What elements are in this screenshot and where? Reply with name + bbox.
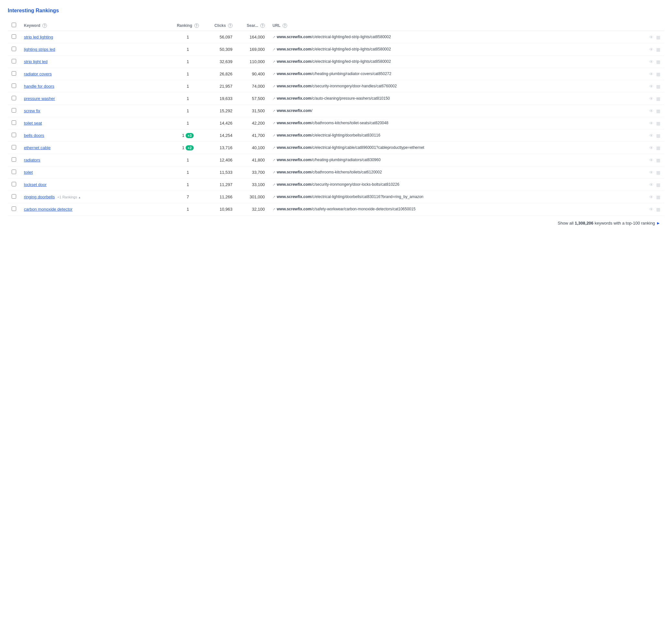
eye-icon-9[interactable]: 👁: [649, 145, 653, 150]
search-value-9: 40,100: [236, 142, 269, 154]
eye-icon-8[interactable]: 👁: [649, 133, 653, 138]
ranking-badge-8: +3: [186, 133, 194, 138]
ranking-value-14: 1: [187, 207, 189, 212]
row-checkbox-1[interactable]: [11, 47, 16, 51]
row-checkbox-14[interactable]: [11, 207, 16, 211]
col-header-ranking: Ranking ?: [172, 20, 204, 31]
eye-icon-12[interactable]: 👁: [649, 182, 653, 187]
keyword-link-3[interactable]: radiator covers: [24, 71, 52, 76]
keyword-link-5[interactable]: pressure washer: [24, 96, 55, 101]
ranking-help-icon[interactable]: ?: [194, 23, 199, 28]
ranking-value-8: 1: [182, 133, 184, 138]
row-checkbox-2[interactable]: [11, 59, 16, 64]
search-help-icon[interactable]: ?: [260, 23, 265, 28]
url-text-5[interactable]: www.screwfix.com/c/auto-cleaning/pressur…: [277, 96, 390, 101]
row-checkbox-11[interactable]: [11, 169, 16, 174]
chart-icon-14[interactable]: ▦: [656, 207, 661, 212]
row-checkbox-12[interactable]: [11, 182, 16, 186]
url-text-2[interactable]: www.screwfix.com/c/electrical-lighting/l…: [277, 59, 391, 64]
eye-icon-5[interactable]: 👁: [649, 96, 653, 101]
chart-icon-2[interactable]: ▦: [656, 59, 661, 64]
eye-icon-0[interactable]: 👁: [649, 34, 653, 40]
chart-icon-8[interactable]: ▦: [656, 133, 661, 138]
row-checkbox-3[interactable]: [11, 71, 16, 76]
multi-ranking-13[interactable]: +1 Rankings ▲: [57, 195, 81, 199]
row-checkbox-6[interactable]: [11, 108, 16, 113]
chart-icon-13[interactable]: ▦: [656, 194, 661, 200]
eye-icon-1[interactable]: 👁: [649, 47, 653, 52]
eye-icon-4[interactable]: 👁: [649, 84, 653, 89]
clicks-value-10: 12,406: [204, 154, 236, 166]
url-text-14[interactable]: www.screwfix.com/c/safety-workwear/carbo…: [277, 207, 415, 212]
url-text-6[interactable]: www.screwfix.com/: [277, 108, 312, 114]
chart-icon-12[interactable]: ▦: [656, 182, 661, 187]
chart-icon-5[interactable]: ▦: [656, 96, 661, 101]
ranking-value-10: 1: [187, 158, 189, 162]
row-checkbox-10[interactable]: [11, 157, 16, 162]
url-text-3[interactable]: www.screwfix.com/c/heating-plumbing/radi…: [277, 71, 391, 77]
eye-icon-13[interactable]: 👁: [649, 194, 653, 200]
table-row: ringing doorbells +1 Rankings ▲711,26630…: [8, 191, 664, 203]
eye-icon-3[interactable]: 👁: [649, 71, 653, 77]
url-text-13[interactable]: www.screwfix.com/c/electrical-lighting/d…: [277, 194, 424, 200]
table-row: ethernet cable1+213,71640,100➚www.screwf…: [8, 142, 664, 154]
clicks-value-3: 26,826: [204, 68, 236, 80]
row-checkbox-0[interactable]: [11, 34, 16, 39]
row-checkbox-7[interactable]: [11, 120, 16, 125]
url-help-icon[interactable]: ?: [283, 23, 287, 28]
row-checkbox-5[interactable]: [11, 96, 16, 100]
chart-icon-0[interactable]: ▦: [656, 34, 661, 40]
keyword-link-6[interactable]: screw fix: [24, 109, 41, 113]
eye-icon-11[interactable]: 👁: [649, 170, 653, 175]
keyword-link-13[interactable]: ringing doorbells: [24, 194, 55, 199]
search-value-10: 41,800: [236, 154, 269, 166]
search-value-14: 32,100: [236, 203, 269, 215]
keyword-link-7[interactable]: toilet seat: [24, 121, 42, 125]
keyword-link-10[interactable]: radiators: [24, 158, 41, 162]
search-value-11: 33,700: [236, 166, 269, 179]
row-checkbox-13[interactable]: [11, 194, 16, 199]
keyword-link-9[interactable]: ethernet cable: [24, 145, 50, 150]
row-checkbox-8[interactable]: [11, 133, 16, 137]
url-text-7[interactable]: www.screwfix.com/c/bathrooms-kitchens/to…: [277, 120, 388, 126]
chart-icon-10[interactable]: ▦: [656, 158, 661, 163]
url-text-0[interactable]: www.screwfix.com/c/electrical-lighting/l…: [277, 34, 391, 40]
clicks-help-icon[interactable]: ?: [228, 23, 233, 28]
select-all-checkbox[interactable]: [11, 23, 16, 27]
keyword-link-0[interactable]: strip led lighting: [24, 34, 53, 40]
url-text-8[interactable]: www.screwfix.com/c/electrical-lighting/d…: [277, 133, 380, 138]
eye-icon-14[interactable]: 👁: [649, 207, 653, 212]
ranking-value-12: 1: [187, 182, 189, 187]
chart-icon-7[interactable]: ▦: [656, 121, 661, 126]
keyword-link-2[interactable]: strip light led: [24, 59, 48, 64]
keyword-link-8[interactable]: bells doors: [24, 133, 44, 138]
url-link-icon-3: ➚: [272, 71, 275, 76]
eye-icon-6[interactable]: 👁: [649, 109, 653, 114]
keyword-link-1[interactable]: lighting strips led: [24, 47, 55, 52]
search-value-7: 42,200: [236, 117, 269, 130]
keyword-link-4[interactable]: handle for doors: [24, 84, 54, 89]
url-text-9[interactable]: www.screwfix.com/c/electrical-lighting/c…: [277, 145, 424, 150]
url-text-4[interactable]: www.screwfix.com/c/security-ironmongery/…: [277, 84, 397, 89]
eye-icon-10[interactable]: 👁: [649, 158, 653, 163]
chart-icon-1[interactable]: ▦: [656, 47, 661, 52]
url-text-12[interactable]: www.screwfix.com/c/security-ironmongery/…: [277, 182, 400, 187]
chart-icon-4[interactable]: ▦: [656, 84, 661, 89]
keyword-link-12[interactable]: lockset door: [24, 182, 47, 187]
keyword-link-11[interactable]: toilet: [24, 170, 33, 175]
keyword-help-icon[interactable]: ?: [42, 23, 47, 28]
row-checkbox-4[interactable]: [11, 84, 16, 88]
eye-icon-7[interactable]: 👁: [649, 121, 653, 126]
keyword-link-14[interactable]: carbon monoxide detector: [24, 207, 72, 212]
search-value-5: 57,500: [236, 93, 269, 105]
url-text-11[interactable]: www.screwfix.com/c/bathrooms-kitchens/to…: [277, 169, 382, 175]
url-text-10[interactable]: www.screwfix.com/c/heating-plumbing/radi…: [277, 157, 381, 163]
chart-icon-3[interactable]: ▦: [656, 71, 661, 77]
chart-icon-9[interactable]: ▦: [656, 145, 661, 150]
url-text-1[interactable]: www.screwfix.com/c/electrical-lighting/l…: [277, 47, 391, 52]
eye-icon-2[interactable]: 👁: [649, 59, 653, 64]
clicks-value-13: 11,266: [204, 191, 236, 203]
row-checkbox-9[interactable]: [11, 145, 16, 149]
chart-icon-6[interactable]: ▦: [656, 109, 661, 114]
chart-icon-11[interactable]: ▦: [656, 170, 661, 175]
